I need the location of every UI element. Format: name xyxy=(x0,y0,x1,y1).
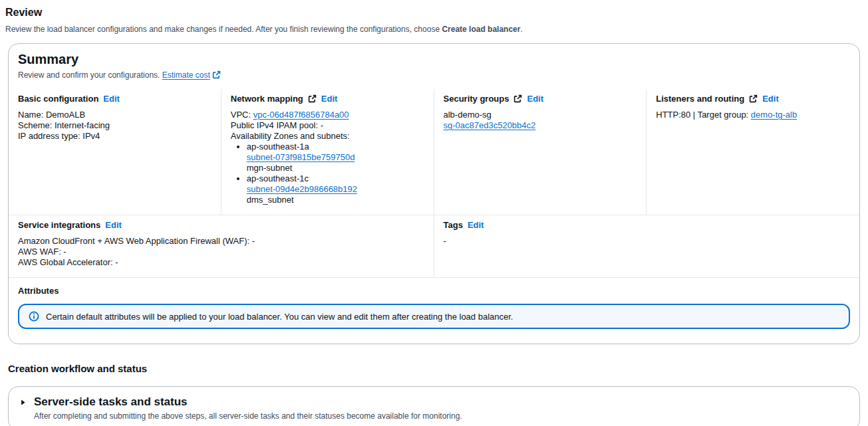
summary-title: Summary xyxy=(18,52,850,67)
availability-zones-list: ap-southeast-1a subnet-073f9815be759750d… xyxy=(231,142,424,205)
basic-config-scheme: Scheme: Internet-facing xyxy=(18,120,212,131)
security-groups-title: Security groups xyxy=(444,94,509,104)
summary-card: Summary Review and confirm your configur… xyxy=(8,43,860,344)
creation-workflow-title: Creation workflow and status xyxy=(8,363,860,374)
listeners-routing-edit-link[interactable]: Edit xyxy=(762,94,779,104)
subnet-link[interactable]: subnet-073f9815be759750d xyxy=(247,152,355,162)
tags-value: - xyxy=(444,236,851,247)
basic-configuration-header: Basic configuration Edit xyxy=(18,94,212,104)
subnet-link[interactable]: subnet-09d4e2b986668b192 xyxy=(247,184,357,194)
page-description: Review the load balancer configurations … xyxy=(5,25,860,34)
security-group-id-link[interactable]: sg-0ac87ed3c520bb4c2 xyxy=(444,120,536,130)
external-link-icon xyxy=(513,94,522,103)
attributes-section: Attributes Certain default attributes wi… xyxy=(9,277,859,337)
attributes-title: Attributes xyxy=(18,286,850,296)
basic-config-name: Name: DemoALB xyxy=(18,110,212,120)
estimate-cost-link[interactable]: Estimate cost xyxy=(162,70,210,80)
page-description-prefix: Review the load balancer configurations … xyxy=(5,25,442,34)
security-groups-header: Security groups Edit xyxy=(444,94,637,104)
server-side-tasks-description: After completing and submitting the abov… xyxy=(34,411,849,421)
service-integrations-header: Service integrations Edit xyxy=(18,220,424,230)
attributes-alert-text: Certain default attributes will be appli… xyxy=(46,312,513,322)
external-link-icon[interactable] xyxy=(212,70,221,79)
tags-edit-link[interactable]: Edit xyxy=(468,220,484,230)
network-mapping-header: Network mapping Edit xyxy=(231,94,424,104)
az-name: ap-southeast-1c xyxy=(247,173,424,184)
vpc-line: VPC: vpc-06d487f6856784a00 xyxy=(231,110,424,120)
basic-configuration-title: Basic configuration xyxy=(18,94,98,104)
subnet-name: mgn-subnet xyxy=(247,163,424,173)
listeners-routing-header: Listeners and routing Edit xyxy=(656,94,850,104)
service-integrations-edit-link[interactable]: Edit xyxy=(105,220,122,230)
tags-title: Tags xyxy=(444,220,463,230)
security-groups-section: Security groups Edit alb-demo-sg sg-0ac8… xyxy=(434,89,647,215)
caret-right-icon[interactable] xyxy=(19,398,27,407)
network-mapping-section: Network mapping Edit VPC: vpc-06d487f685… xyxy=(221,89,434,215)
summary-subtitle-text: Review and confirm your configurations. xyxy=(18,70,162,80)
global-accelerator-line: AWS Global Accelerator: - xyxy=(18,257,424,268)
tags-header: Tags Edit xyxy=(444,220,851,230)
network-mapping-title: Network mapping xyxy=(231,94,303,104)
page-description-bold: Create load balancer xyxy=(442,25,520,34)
summary-subtitle: Review and confirm your configurations. … xyxy=(18,70,850,80)
network-mapping-edit-link[interactable]: Edit xyxy=(321,94,338,104)
vpc-label: VPC: xyxy=(231,110,253,120)
az-list-item: ap-southeast-1a subnet-073f9815be759750d… xyxy=(247,142,424,173)
ipam-pool-line: Public IPv4 IPAM pool: - xyxy=(231,120,424,131)
listener-line: HTTP:80 | Target group: demo-tg-alb xyxy=(656,110,850,120)
listener-prefix: HTTP:80 | Target group: xyxy=(656,110,751,120)
page-title: Review xyxy=(5,7,860,19)
basic-configuration-section: Basic configuration Edit Name: DemoALB S… xyxy=(9,89,221,215)
attributes-info-alert: Certain default attributes will be appli… xyxy=(18,304,850,329)
external-link-icon xyxy=(308,94,317,103)
az-name: ap-southeast-1a xyxy=(247,142,424,152)
aws-waf-line: AWS WAF: - xyxy=(18,247,424,257)
target-group-link[interactable]: demo-tg-alb xyxy=(751,110,797,120)
page-description-suffix: . xyxy=(520,25,522,34)
listeners-routing-title: Listeners and routing xyxy=(656,94,744,104)
external-link-icon xyxy=(749,94,758,103)
security-group-name: alb-demo-sg xyxy=(444,110,637,120)
server-side-tasks-card: Server-side tasks and status After compl… xyxy=(8,386,860,426)
basic-configuration-edit-link[interactable]: Edit xyxy=(103,94,120,104)
service-integrations-section: Service integrations Edit Amazon CloudFr… xyxy=(9,215,434,277)
info-icon xyxy=(29,311,39,322)
server-side-tasks-title[interactable]: Server-side tasks and status xyxy=(34,395,188,409)
summary-grid-row-1: Basic configuration Edit Name: DemoALB S… xyxy=(9,89,859,215)
summary-header: Summary Review and confirm your configur… xyxy=(9,52,859,80)
vpc-link[interactable]: vpc-06d487f6856784a00 xyxy=(253,110,349,120)
service-integrations-title: Service integrations xyxy=(18,220,100,230)
server-side-tasks-expander[interactable]: Server-side tasks and status xyxy=(19,395,849,409)
az-list-item: ap-southeast-1c subnet-09d4e2b986668b192… xyxy=(247,173,424,205)
summary-grid-row-2: Service integrations Edit Amazon CloudFr… xyxy=(9,215,859,277)
review-page: Review Review the load balancer configur… xyxy=(0,0,868,426)
subnet-name: dms_subnet xyxy=(247,195,424,205)
basic-config-ip-type: IP address type: IPv4 xyxy=(18,131,212,142)
tags-section: Tags Edit - xyxy=(434,215,860,277)
cloudfront-waf-line: Amazon CloudFront + AWS Web Application … xyxy=(18,236,424,247)
az-subnets-heading: Availability Zones and subnets: xyxy=(231,131,424,142)
listeners-routing-section: Listeners and routing Edit HTTP:80 | Tar… xyxy=(647,89,859,215)
security-groups-edit-link[interactable]: Edit xyxy=(527,94,543,104)
